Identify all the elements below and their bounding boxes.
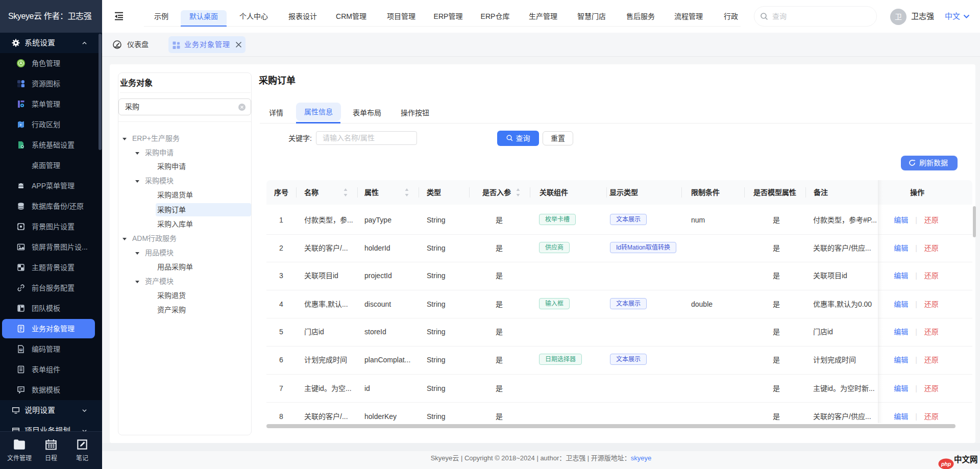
svg-text:php: php: [941, 461, 951, 467]
